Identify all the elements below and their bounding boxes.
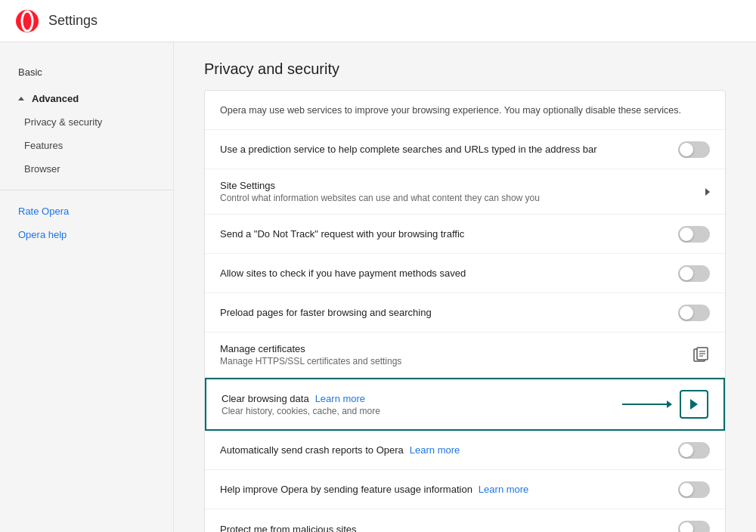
sidebar-item-opera-help[interactable]: Opera help	[0, 223, 173, 246]
manage-certificates-title: Manage certificates	[220, 343, 680, 354]
feature-usage-learn-more[interactable]: Learn more	[479, 484, 528, 495]
settings-row-clear-browsing-data: Clear browsing data Learn more Clear his…	[205, 378, 725, 431]
clear-browsing-data-learn-more[interactable]: Learn more	[315, 393, 365, 404]
site-settings-subtitle: Control what information websites can us…	[220, 193, 693, 203]
preload-pages-toggle-track[interactable]	[678, 305, 710, 321]
site-settings-title: Site Settings	[220, 180, 693, 191]
settings-row-do-not-track: Send a "Do Not Track" request with your …	[205, 215, 725, 254]
web-services-text: Opera may use web services to improve yo…	[220, 105, 698, 116]
arrow-line	[622, 404, 668, 405]
malicious-sites-toggle[interactable]	[678, 521, 710, 532]
clear-browsing-data-title: Clear browsing data	[222, 393, 309, 404]
sidebar-item-basic[interactable]: Basic	[0, 60, 173, 84]
payment-methods-title: Allow sites to check if you have payment…	[220, 268, 666, 279]
malicious-sites-title: Protect me from malicious sites	[220, 524, 666, 533]
feature-usage-toggle-track[interactable]	[678, 481, 710, 498]
crash-reports-learn-more[interactable]: Learn more	[410, 444, 460, 456]
payment-methods-toggle-track[interactable]	[678, 265, 710, 282]
manage-certificates-subtitle: Manage HTTPS/SSL certificates and settin…	[220, 356, 680, 367]
settings-row-malicious-sites: Protect me from malicious sites	[205, 509, 725, 532]
site-settings-chevron-icon	[705, 188, 710, 196]
main-layout: Basic Advanced Privacy & security Featur…	[0, 42, 756, 532]
do-not-track-toggle[interactable]	[678, 226, 710, 243]
payment-methods-toggle-thumb	[680, 267, 693, 280]
settings-row-manage-certificates: Manage certificates Manage HTTPS/SSL cer…	[205, 332, 725, 378]
preload-pages-title: Preload pages for faster browsing and se…	[220, 307, 666, 318]
arrow-right-icon	[690, 399, 698, 410]
sidebar-item-features[interactable]: Features	[0, 134, 173, 157]
certificate-icon[interactable]	[692, 346, 710, 364]
sidebar-divider	[0, 190, 173, 190]
do-not-track-title: Send a "Do Not Track" request with your …	[220, 228, 666, 240]
crash-reports-toggle[interactable]	[678, 442, 710, 459]
chevron-up-icon	[18, 97, 24, 101]
malicious-sites-toggle-thumb	[680, 522, 693, 532]
crash-reports-title: Automatically send crash reports to Oper…	[220, 444, 404, 456]
settings-row-prediction-service: Use a prediction service to help complet…	[205, 130, 725, 169]
clear-browsing-data-button[interactable]	[680, 390, 708, 419]
svg-point-0	[16, 10, 39, 32]
section-title: Privacy and security	[204, 60, 726, 78]
crash-reports-toggle-track[interactable]	[678, 442, 710, 459]
preload-pages-toggle-thumb	[680, 306, 693, 320]
feature-usage-toggle-thumb	[680, 483, 693, 496]
settings-row-preload-pages: Preload pages for faster browsing and se…	[205, 293, 725, 332]
page-title: Settings	[48, 13, 98, 29]
sidebar-item-rate-opera[interactable]: Rate Opera	[0, 200, 173, 223]
settings-row-feature-usage: Help improve Opera by sending feature us…	[205, 470, 725, 509]
header: Settings	[0, 0, 756, 42]
settings-row-crash-reports: Automatically send crash reports to Oper…	[205, 431, 725, 470]
do-not-track-toggle-track[interactable]	[678, 226, 710, 243]
prediction-service-toggle-thumb	[680, 143, 693, 156]
sidebar-item-privacy-security[interactable]: Privacy & security	[0, 110, 173, 134]
arrow-head-icon	[667, 401, 672, 408]
feature-usage-title: Help improve Opera by sending feature us…	[220, 484, 472, 495]
main-content: Privacy and security Opera may use web s…	[174, 42, 756, 532]
settings-row-payment-methods: Allow sites to check if you have payment…	[205, 254, 725, 293]
prediction-service-title: Use a prediction service to help complet…	[220, 144, 666, 155]
settings-card: Opera may use web services to improve yo…	[204, 90, 726, 532]
crash-reports-toggle-thumb	[680, 444, 693, 457]
opera-logo-icon	[15, 9, 39, 33]
prediction-service-toggle-track[interactable]	[678, 141, 710, 158]
feature-usage-toggle[interactable]	[678, 481, 710, 498]
settings-row-web-services: Opera may use web services to improve yo…	[205, 91, 725, 130]
settings-row-site-settings[interactable]: Site Settings Control what information w…	[205, 169, 725, 215]
arrow-decoration	[622, 404, 668, 405]
preload-pages-toggle[interactable]	[678, 305, 710, 321]
clear-browsing-data-subtitle: Clear history, cookies, cache, and more	[222, 406, 610, 416]
payment-methods-toggle[interactable]	[678, 265, 710, 282]
sidebar: Basic Advanced Privacy & security Featur…	[0, 42, 174, 532]
prediction-service-toggle[interactable]	[678, 141, 710, 158]
sidebar-item-advanced[interactable]: Advanced	[0, 84, 173, 110]
do-not-track-toggle-thumb	[680, 227, 693, 241]
malicious-sites-toggle-track[interactable]	[678, 521, 710, 532]
sidebar-item-browser[interactable]: Browser	[0, 157, 173, 181]
